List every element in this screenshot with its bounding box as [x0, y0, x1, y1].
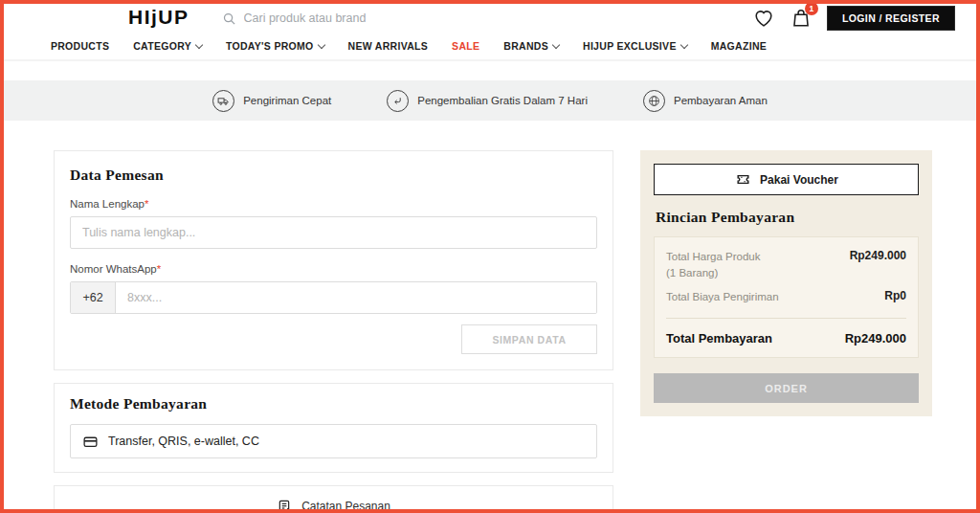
benefit-fast-shipping: Pengiriman Cepat: [212, 90, 331, 112]
heart-icon: [752, 8, 775, 29]
full-name-input[interactable]: [70, 216, 597, 249]
voucher-ticket-icon: [734, 171, 752, 188]
return-arrow-icon: [387, 90, 409, 112]
chevron-down-icon: [552, 40, 560, 48]
checkout-main: Data Pemesan Nama Lengkap* Nomor WhatsAp…: [4, 121, 976, 513]
search-bar[interactable]: [222, 11, 531, 26]
hijup-logo[interactable]: HIjUP: [128, 6, 189, 29]
benefit-free-return: Pengembalian Gratis Dalam 7 Hari: [387, 90, 588, 112]
phone-country-prefix: +62: [71, 282, 116, 313]
nav-brands[interactable]: BRANDS: [496, 40, 567, 52]
payment-method-value: Transfer, QRIS, e-wallet, CC: [108, 435, 259, 448]
truck-icon: [212, 90, 234, 112]
summary-row-grand-total: Total Pembayaran Rp249.000: [666, 331, 906, 346]
payment-method-selector[interactable]: Transfer, QRIS, e-wallet, CC: [70, 424, 597, 458]
save-row: SIMPAN DATA: [70, 324, 597, 354]
login-register-button[interactable]: LOGIN / REGISTER: [827, 6, 955, 31]
payment-method-card: Metode Pembayaran Transfer, QRIS, e-wall…: [54, 383, 613, 473]
required-asterisk: *: [145, 198, 148, 210]
shipping-total-value: Rp0: [884, 289, 906, 302]
full-name-label: Nama Lengkap*: [70, 198, 597, 210]
save-data-button[interactable]: SIMPAN DATA: [461, 324, 597, 354]
benefit-secure-payment: Pembayaran Aman: [643, 90, 768, 112]
wishlist-button[interactable]: [752, 8, 775, 29]
nav-magazine[interactable]: MAGAZINE: [703, 40, 774, 52]
payment-summary-sidebar: Pakai Voucher Rincian Pembayaran Total H…: [640, 150, 932, 416]
order-note-label: Catatan Pesanan: [301, 500, 390, 513]
order-note-card[interactable]: Catatan Pesanan: [54, 485, 613, 513]
cart-button[interactable]: 1: [791, 8, 812, 29]
payment-summary-box: Total Harga Produk (1 Barang) Rp249.000 …: [654, 236, 919, 358]
chevron-down-icon: [679, 40, 687, 48]
whatsapp-input-group: +62: [70, 281, 597, 314]
payment-summary-title: Rincian Pembayaran: [656, 209, 919, 226]
summary-row-shipping-total: Total Biaya Pengiriman Rp0: [666, 289, 906, 305]
summary-divider: [666, 318, 906, 319]
cart-count-badge: 1: [805, 2, 818, 15]
product-count-sublabel: (1 Barang): [666, 265, 760, 281]
nav-todays-promo[interactable]: TODAY'S PROMO: [218, 40, 332, 52]
chevron-down-icon: [195, 40, 203, 48]
product-total-value: Rp249.000: [850, 249, 906, 262]
whatsapp-number-label: Nomor WhatsApp*: [70, 263, 597, 275]
benefits-bar: Pengiriman Cepat Pengembalian Gratis Dal…: [4, 80, 976, 121]
nav-hijup-exclusive[interactable]: HIJUP EXCLUSIVE: [575, 40, 695, 52]
grand-total-value: Rp249.000: [845, 331, 906, 346]
summary-row-product-total: Total Harga Produk (1 Barang) Rp249.000: [666, 249, 906, 280]
product-total-label: Total Harga Produk: [666, 249, 760, 265]
globe-icon: [643, 90, 665, 112]
credit-card-icon: [82, 434, 99, 450]
note-icon: [277, 499, 292, 513]
search-input[interactable]: [244, 11, 531, 25]
whatsapp-number-input[interactable]: [116, 282, 596, 313]
grand-total-label: Total Pembayaran: [666, 331, 772, 346]
nav-new-arrivals[interactable]: NEW ARRIVALS: [341, 40, 436, 52]
search-icon: [222, 11, 236, 26]
nav-category[interactable]: CATEGORY: [125, 40, 210, 52]
order-button[interactable]: ORDER: [654, 373, 919, 403]
payment-method-title: Metode Pembayaran: [70, 395, 597, 413]
checkout-forms-column: Data Pemesan Nama Lengkap* Nomor WhatsAp…: [54, 150, 613, 513]
shipping-total-label: Total Biaya Pengiriman: [666, 289, 779, 305]
nav-products[interactable]: PRODUCTS: [43, 40, 117, 52]
main-navigation: PRODUCTS CATEGORY TODAY'S PROMO NEW ARRI…: [4, 33, 976, 61]
chevron-down-icon: [317, 40, 324, 48]
required-asterisk: *: [157, 263, 161, 275]
customer-data-card: Data Pemesan Nama Lengkap* Nomor WhatsAp…: [54, 150, 613, 370]
header: HIjUP 1 LOGIN / REGISTER: [4, 4, 976, 33]
customer-data-title: Data Pemesan: [70, 167, 597, 184]
use-voucher-button[interactable]: Pakai Voucher: [654, 164, 919, 195]
nav-sale[interactable]: SALE: [444, 40, 487, 52]
